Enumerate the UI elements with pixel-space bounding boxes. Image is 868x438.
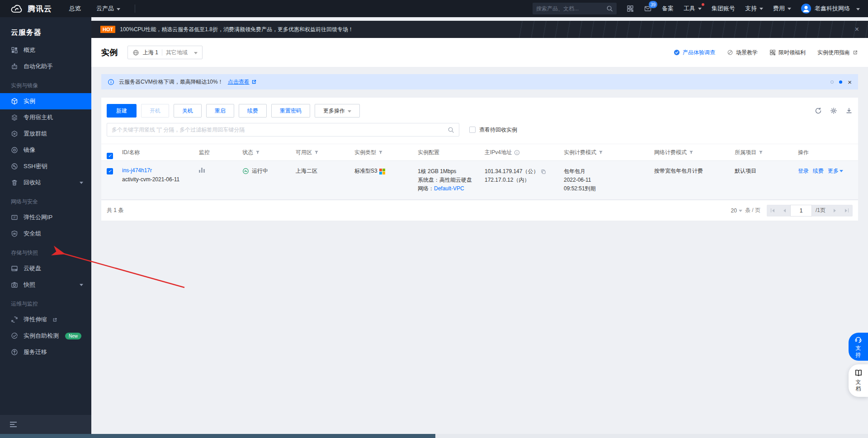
instance-filter[interactable] — [107, 123, 459, 137]
recycle-checkbox[interactable] — [469, 127, 476, 133]
vpc-link[interactable]: Default-VPC — [434, 185, 464, 192]
current-page[interactable]: 1 — [790, 205, 812, 217]
more-link[interactable]: 更多 — [828, 167, 843, 175]
sidebar-item-security-groups[interactable]: 安全组 — [0, 226, 91, 242]
nav-support[interactable]: 支持 — [745, 5, 763, 13]
nav-tools[interactable]: 工具 — [684, 5, 702, 13]
usage-guide-link[interactable]: 实例使用指南 — [817, 49, 858, 57]
support-float-button[interactable]: 支持 — [849, 333, 868, 361]
table-header: ✓ ID/名称 监控 状态 可用区 实例类型 实例配置 主IPv4地址 实例计费… — [101, 144, 858, 161]
sidebar-item-eip[interactable]: IP 弹性公网IP — [0, 209, 91, 226]
account-menu[interactable]: 老鑫科技网络 — [801, 4, 860, 14]
limited-benefit-link[interactable]: 限时领福利 — [769, 49, 806, 57]
renew-link[interactable]: 续费 — [813, 167, 824, 175]
search-icon[interactable] — [606, 5, 613, 12]
sidebar-item-recycle-bin[interactable]: 回收站 — [0, 174, 91, 191]
filter-icon[interactable] — [314, 150, 319, 155]
col-monitor: 监控 — [199, 149, 242, 156]
nav-group-account[interactable]: 集团账号 — [712, 5, 735, 13]
sidebar-item-autoscaling[interactable]: 弹性伸缩 — [0, 311, 91, 328]
qrcode-icon[interactable] — [627, 5, 634, 12]
copy-icon[interactable] — [541, 169, 546, 174]
sidebar-item-automation[interactable]: 自动化助手 — [0, 58, 91, 75]
sidebar-section-network: 网络与安全 — [0, 191, 91, 209]
sidebar-collapse-bar[interactable] — [0, 415, 91, 434]
more-actions-button[interactable]: 更多操作 — [315, 104, 360, 118]
other-regions[interactable]: 其它地域 — [166, 49, 188, 57]
sidebar-item-dedicated-host[interactable]: 专用宿主机 — [0, 109, 91, 126]
scene-teaching-link[interactable]: 场景教学 — [727, 49, 758, 57]
scrollbar-thumb[interactable] — [0, 434, 435, 438]
filter-icon[interactable] — [599, 150, 603, 155]
new-badge: New — [65, 333, 81, 339]
prev-page-button[interactable] — [778, 205, 790, 217]
renew-button[interactable]: 续费 — [239, 104, 267, 118]
grid-icon — [11, 47, 18, 54]
sidebar-item-images[interactable]: 镜像 — [0, 142, 91, 158]
chevron-down-icon[interactable] — [80, 182, 83, 186]
recycle-filter[interactable]: 查看待回收实例 — [469, 126, 517, 134]
instance-filter-input[interactable] — [112, 127, 448, 133]
chevron-down-icon — [698, 8, 702, 12]
messages[interactable]: 39 — [644, 5, 652, 12]
nav-products[interactable]: 云产品 — [96, 5, 120, 13]
brand-name: 腾讯云 — [28, 4, 52, 14]
shutdown-button[interactable]: 关机 — [174, 104, 202, 118]
collapse-sidebar-icon[interactable] — [10, 422, 17, 427]
chevron-down-icon — [117, 8, 120, 12]
promo-text: 100%CPU性能，精选云服务器低至1.8折，消费满额领免费产品，更多优惠和权益… — [120, 26, 354, 33]
monitor-chart-icon[interactable] — [199, 167, 205, 173]
next-page-button[interactable] — [829, 205, 841, 217]
notice-view-link[interactable]: 点击查看 — [228, 78, 257, 86]
region-selector[interactable]: 上海 1 其它地域 — [127, 46, 203, 59]
survey-link[interactable]: 产品体验调查 — [674, 49, 715, 57]
promo-close-icon[interactable]: × — [855, 25, 859, 33]
select-all-checkbox[interactable]: ✓ — [107, 153, 113, 159]
nav-overview[interactable]: 总览 — [69, 5, 81, 13]
horizontal-scrollbar[interactable] — [0, 434, 868, 438]
cell-config: 1核 2GB 1Mbps 系统盘：高性能云硬盘 网络：Default-VPC — [418, 161, 485, 199]
sidebar-item-instances[interactable]: 实例 — [0, 93, 91, 109]
create-button[interactable]: 新建 — [107, 104, 137, 118]
nav-beian[interactable]: 备案 — [662, 5, 674, 13]
first-page-button[interactable] — [767, 205, 778, 217]
sidebar-item-snapshots[interactable]: 快照 — [0, 277, 91, 293]
gear-icon[interactable] — [830, 107, 837, 114]
notice-close-icon[interactable]: × — [848, 78, 852, 86]
info-icon[interactable] — [514, 150, 520, 155]
chevron-down-icon[interactable] — [80, 284, 83, 288]
row-checkbox[interactable]: ✓ — [107, 168, 113, 174]
message-count-badge: 39 — [649, 1, 657, 8]
divider — [162, 49, 162, 56]
global-search-input[interactable] — [536, 5, 606, 12]
sidebar-item-migration[interactable]: 服务迁移 — [0, 344, 91, 360]
download-icon[interactable] — [845, 107, 853, 114]
tencent-cloud-logo[interactable]: 腾讯云 — [10, 4, 52, 14]
sidebar-item-overview[interactable]: 概览 — [0, 42, 91, 58]
instance-id-link[interactable]: ins-j474h17r — [122, 167, 195, 174]
login-link[interactable]: 登录 — [798, 167, 809, 175]
filter-icon[interactable] — [378, 150, 383, 155]
carousel-dot-1[interactable] — [830, 80, 834, 84]
restart-button[interactable]: 重启 — [206, 104, 234, 118]
reset-password-button[interactable]: 重置密码 — [271, 104, 310, 118]
page-size-select[interactable]: 20 条 / 页 — [731, 207, 760, 214]
refresh-icon[interactable] — [815, 107, 822, 114]
carousel-dot-2[interactable] — [839, 80, 842, 84]
pagination: 共 1 条 20 条 / 页 1 /1页 — [101, 200, 858, 221]
search-icon[interactable] — [448, 127, 454, 133]
sidebar-item-ssh-keys[interactable]: SSH密钥 — [0, 158, 91, 174]
global-search[interactable] — [533, 3, 617, 14]
filter-icon[interactable] — [759, 150, 763, 155]
docs-float-button[interactable]: 文档 — [849, 364, 868, 397]
filter-icon[interactable] — [255, 150, 260, 155]
last-page-button[interactable] — [841, 205, 853, 217]
sidebar-item-self-check[interactable]: 实例自助检测 New — [0, 328, 91, 344]
sidebar-item-placement-group[interactable]: 置放群组 — [0, 126, 91, 142]
filter-icon[interactable] — [689, 150, 693, 155]
sidebar-item-cloud-disks[interactable]: 云硬盘 — [0, 260, 91, 277]
ip-icon: IP — [11, 214, 18, 221]
table-row[interactable]: ✓ ins-j474h17r activity-cvm-2021-06-11 运… — [101, 161, 858, 200]
nav-billing[interactable]: 费用 — [773, 5, 791, 13]
autoscaling-icon — [11, 316, 18, 323]
